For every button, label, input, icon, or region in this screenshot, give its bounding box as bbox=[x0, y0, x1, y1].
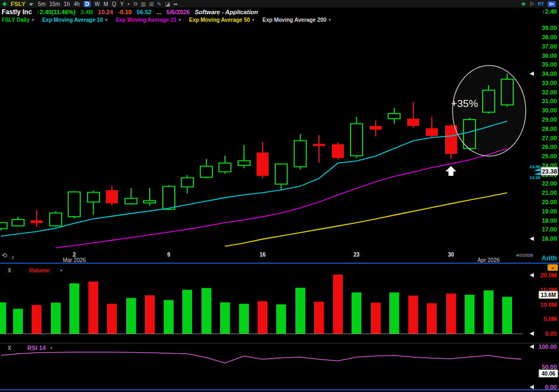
pane-divider[interactable] bbox=[0, 389, 559, 390]
date-tick-label: 9 bbox=[167, 252, 170, 258]
volume-pane-title: Volume bbox=[28, 267, 50, 274]
company-name: Fastly Inc bbox=[2, 8, 32, 16]
price-axis-label: 38.00 bbox=[542, 34, 557, 40]
chevron-down-icon[interactable]: ▾ bbox=[179, 17, 181, 22]
trading-app-window: { "toolbar": { "plus_icon": "✚", "symbol… bbox=[0, 0, 559, 392]
timeframe-q[interactable]: Q bbox=[112, 1, 116, 7]
price-axis-label: 21.00 bbox=[542, 189, 557, 196]
rsi-pane[interactable] bbox=[0, 343, 559, 389]
indicator-item-0[interactable]: FSLY Daily▾ bbox=[2, 17, 34, 23]
price-axis-label: 39.00 bbox=[542, 25, 557, 31]
volume-bar bbox=[352, 293, 361, 334]
timeframe-m[interactable]: M bbox=[104, 1, 108, 7]
candle-body-down bbox=[407, 118, 419, 126]
bar-chart-icon[interactable]: ▥ bbox=[141, 1, 146, 7]
volume-bar bbox=[0, 302, 6, 334]
chevron-down-icon[interactable]: ▾ bbox=[329, 17, 331, 22]
pane-divider[interactable] bbox=[0, 343, 559, 343]
volume-axis-label: 0.00 bbox=[545, 330, 557, 337]
add-symbol-icon[interactable]: ✚ bbox=[2, 1, 7, 7]
scale-type-label[interactable]: Arith bbox=[542, 254, 557, 262]
timeframe-group: 5m15m1h4hDWMQY bbox=[38, 1, 123, 7]
volume-bar bbox=[13, 309, 23, 334]
volume-axis-label: 20.0M bbox=[540, 272, 557, 278]
ellipse-percent-label: +35% bbox=[451, 98, 478, 109]
candle-body-down bbox=[426, 128, 438, 136]
share-icon[interactable]: ➦ bbox=[173, 1, 177, 7]
chart-canvas[interactable]: 39.0038.0037.0036.0035.0034.0033.0032.00… bbox=[0, 0, 559, 392]
volume-bar bbox=[295, 288, 305, 334]
price-axis-label: 16.00 bbox=[542, 235, 557, 242]
candle-body-up bbox=[50, 213, 62, 225]
pointer-tool-icon[interactable]: ☛ bbox=[29, 1, 34, 7]
last-rsi-label: 40.06 bbox=[542, 371, 555, 377]
rsi-axis-label: 0.00 bbox=[545, 384, 557, 390]
chevron-down-icon[interactable]: ▾ bbox=[32, 17, 34, 22]
symbol-label[interactable]: FSLY bbox=[10, 1, 25, 7]
candle-body-up bbox=[200, 167, 212, 177]
price-axis-label: 28.00 bbox=[542, 126, 557, 132]
timeframe-1h[interactable]: 1h bbox=[64, 1, 70, 7]
reset-zoom-icon[interactable]: ⟲ bbox=[2, 252, 7, 259]
candle-body-down bbox=[332, 144, 344, 158]
volume-axis-label: 5.0M bbox=[544, 316, 557, 322]
indicator-item-4[interactable]: Exp Moving Average 200▾ bbox=[263, 17, 331, 23]
rsi-axis-label: 50.00 bbox=[542, 364, 557, 370]
flag-icon[interactable]: ⚐ bbox=[530, 1, 534, 7]
indicator-item-1[interactable]: Exp Moving Average 10▾ bbox=[42, 17, 108, 23]
indicator-label: FSLY Daily bbox=[2, 17, 29, 23]
volume-bar bbox=[51, 302, 61, 334]
eraser-icon[interactable]: ◪ bbox=[165, 1, 170, 7]
indicator-item-2[interactable]: Exp Moving Average 21▾ bbox=[116, 17, 181, 23]
month-label: Mar 2026 bbox=[63, 257, 86, 263]
volume-bar bbox=[258, 301, 267, 334]
volume-bar bbox=[333, 275, 343, 334]
candle-body-up bbox=[350, 124, 362, 156]
candle-body-up bbox=[181, 178, 193, 187]
timeframe-5m[interactable]: 5m bbox=[38, 1, 45, 7]
timeframe-4h[interactable]: 4h bbox=[74, 1, 80, 7]
indicator-label: Exp Moving Average 10 bbox=[42, 17, 103, 23]
indicator-item-3[interactable]: Exp Moving Average 50▾ bbox=[189, 17, 254, 23]
candle-body-up bbox=[163, 186, 175, 209]
bid-label: 23.30 bbox=[530, 175, 541, 180]
volume-bar bbox=[502, 297, 512, 334]
candle-body-down bbox=[257, 152, 269, 176]
drawn-ellipse-annotation[interactable] bbox=[453, 66, 526, 156]
rsi-close-button[interactable]: X bbox=[8, 345, 11, 351]
timeframe-w[interactable]: W bbox=[94, 1, 99, 7]
change-top-right: ↑2.40 bbox=[542, 8, 557, 15]
price-axis-label: 33.00 bbox=[542, 80, 557, 86]
quote-bar: Fastly Inc ↑2.40(11.46%) 3.4B 10.24 -0.1… bbox=[0, 8, 559, 16]
price-axis-label: 34.00 bbox=[542, 70, 557, 77]
timeframe-15m[interactable]: 15m bbox=[49, 1, 60, 7]
pane-divider[interactable] bbox=[0, 263, 559, 264]
volume-bar bbox=[314, 302, 324, 334]
price-axis-label: 22.00 bbox=[542, 180, 557, 187]
timeframe-y[interactable]: Y bbox=[120, 1, 124, 7]
data-plan-badge[interactable]: 5+ bbox=[548, 1, 556, 7]
layout-icon[interactable]: ⧉ bbox=[134, 1, 138, 7]
timeframe-caret-icon[interactable]: ▾ bbox=[128, 2, 130, 7]
draw-pencil-icon[interactable]: ✎ bbox=[157, 1, 162, 7]
timeframe-d[interactable]: D bbox=[84, 1, 91, 7]
volume-bar bbox=[69, 283, 79, 334]
chevron-down-icon[interactable]: ▾ bbox=[252, 17, 254, 22]
volume-caret-icon[interactable]: ▾ bbox=[60, 268, 62, 273]
volume-close-button[interactable]: X bbox=[8, 268, 11, 274]
volume-bar bbox=[446, 294, 456, 334]
indicator-legend-bar: FSLY Daily▾Exp Moving Average 10▾Exp Mov… bbox=[0, 16, 559, 24]
quote-ellipsis[interactable]: ... bbox=[157, 9, 162, 15]
volume-bar bbox=[220, 302, 230, 334]
chevron-down-icon[interactable]: ▾ bbox=[105, 17, 108, 22]
volume-bar bbox=[427, 303, 437, 334]
ask-label: 23.50 bbox=[530, 164, 541, 169]
indicator-label: Exp Moving Average 21 bbox=[116, 17, 177, 23]
indicator-label: Exp Moving Average 200 bbox=[263, 17, 326, 23]
volume-bar bbox=[164, 300, 174, 334]
date-tick-label: 16 bbox=[259, 252, 266, 258]
grid-add-icon[interactable]: ⊞ bbox=[149, 1, 153, 7]
favorite-star-icon[interactable]: ★ bbox=[521, 1, 526, 8]
rsi-caret-icon[interactable]: ▾ bbox=[50, 346, 52, 351]
volume-bar bbox=[371, 302, 380, 334]
